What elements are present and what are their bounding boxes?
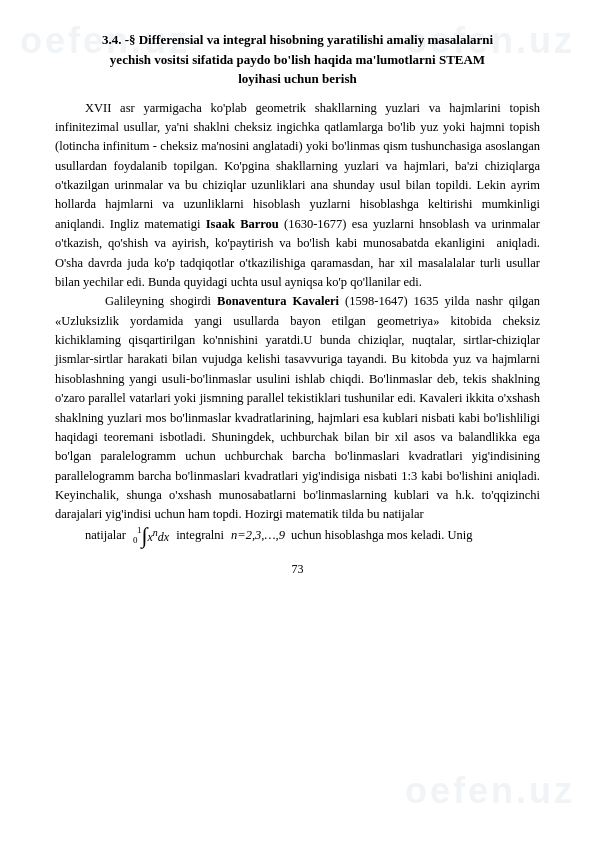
- section-title: 3.4. -§ Differensial va integral hisobni…: [55, 30, 540, 89]
- page-content: 3.4. -§ Differensial va integral hisobni…: [0, 0, 595, 842]
- formula-end-text: uchun hisoblashga mos keladi. Unig: [291, 526, 473, 545]
- integral-variable: xndx: [147, 525, 169, 547]
- section-title-line2: yechish vositsi sifatida paydo bo'lish h…: [55, 50, 540, 70]
- paragraph-1: XVII asr yarmigacha ko'plab geometrik sh…: [55, 99, 540, 293]
- paragraph-2: Galileyning shogirdi Bonaventura Kavaler…: [55, 292, 540, 525]
- integralni-label: integralni: [176, 526, 224, 545]
- formula-params: n=2,3,…,9: [231, 526, 285, 545]
- integral-formula: 1 0 ∫ xndx: [133, 525, 169, 547]
- section-title-line1: 3.4. -§ Differensial va integral hisobni…: [55, 30, 540, 50]
- isaak-barrou-name: Isaak Barrou: [206, 217, 279, 231]
- section-title-line3: loyihasi uchun berish: [55, 69, 540, 89]
- formula-line: natijalar 1 0 ∫ xndx integralni n=2,3,…,…: [85, 525, 540, 547]
- para1-text: XVII asr yarmigacha ko'plab geometrik sh…: [55, 101, 540, 289]
- kavaleri-name: Bonaventura Kavaleri: [217, 294, 339, 308]
- page-number: 73: [55, 562, 540, 577]
- main-text: XVII asr yarmigacha ko'plab geometrik sh…: [55, 99, 540, 547]
- galiley-text: Galileyning shogirdi Bonaventura Kavaler…: [55, 294, 540, 521]
- natijalar-label: natijalar: [85, 526, 126, 545]
